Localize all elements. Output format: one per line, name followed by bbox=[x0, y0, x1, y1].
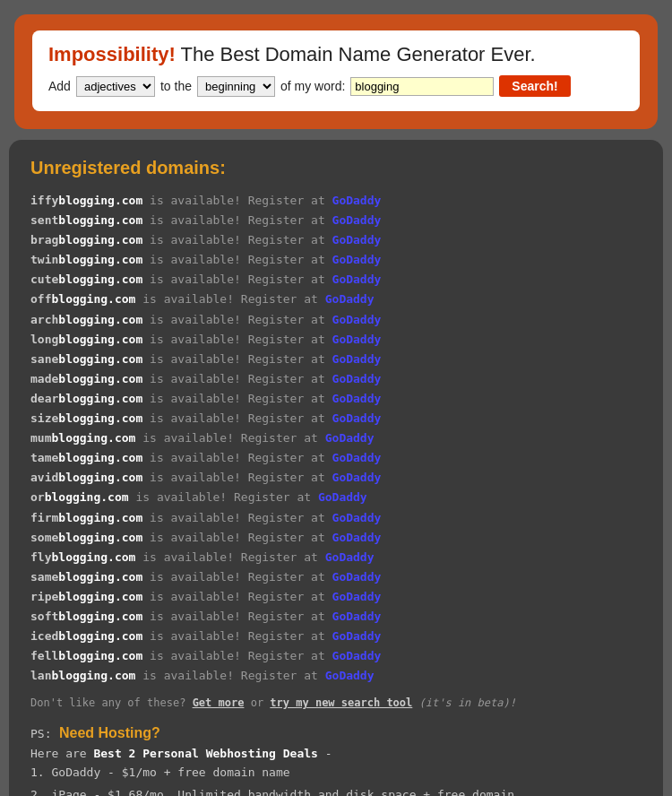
godaddy-link[interactable]: GoDaddy bbox=[332, 194, 382, 207]
available-text: is available! Register at bbox=[150, 273, 325, 286]
dont-like-text: Don't like any of these? bbox=[30, 696, 185, 709]
godaddy-link[interactable]: GoDaddy bbox=[332, 253, 382, 266]
available-text: is available! Register at bbox=[150, 213, 325, 227]
godaddy-link[interactable]: GoDaddy bbox=[332, 333, 382, 346]
available-text: is available! Register at bbox=[150, 531, 325, 544]
available-text: is available! Register at bbox=[150, 313, 325, 326]
domain-prefix: iffy bbox=[30, 194, 58, 207]
hosting-intro-pre: Here are bbox=[30, 747, 87, 760]
get-more-link[interactable]: Get more bbox=[193, 696, 245, 709]
domain-list: iffyblogging.com is available! Register … bbox=[30, 191, 642, 686]
domain-word: blogging.com bbox=[58, 590, 142, 603]
add-label: Add bbox=[48, 79, 71, 93]
domain-row: iffyblogging.com is available! Register … bbox=[30, 191, 642, 211]
domain-word: blogging.com bbox=[51, 292, 135, 306]
godaddy-link[interactable]: GoDaddy bbox=[332, 411, 382, 425]
hosting-item-1: 1. GoDaddy - $1/mo + free domain name bbox=[30, 764, 642, 783]
godaddy-link[interactable]: GoDaddy bbox=[325, 431, 375, 445]
domain-row: someblogging.com is available! Register … bbox=[30, 528, 642, 548]
available-text: is available! Register at bbox=[135, 490, 311, 504]
hosting-item-2: 2. iPage - $1.68/mo. Unlimited bandwidth… bbox=[30, 786, 642, 796]
domain-prefix: sane bbox=[30, 352, 58, 366]
domain-prefix: off bbox=[30, 292, 51, 306]
domain-row: icedblogging.com is available! Register … bbox=[30, 627, 642, 646]
godaddy-link[interactable]: GoDaddy bbox=[332, 451, 382, 464]
godaddy-link[interactable]: GoDaddy bbox=[325, 550, 375, 564]
search-button[interactable]: Search! bbox=[499, 75, 570, 97]
tagline: The Best Domain Name Generator Ever. bbox=[176, 43, 536, 65]
available-text: is available! Register at bbox=[150, 610, 325, 623]
domain-row: firmblogging.com is available! Register … bbox=[30, 508, 642, 528]
dont-like-section: Don't like any of these? Get more or try… bbox=[30, 696, 642, 709]
available-text: is available! Register at bbox=[142, 292, 318, 306]
godaddy-link[interactable]: GoDaddy bbox=[332, 590, 382, 603]
domain-word: blogging.com bbox=[58, 253, 142, 266]
brand-name: Impossibility! bbox=[48, 43, 176, 65]
godaddy-link[interactable]: GoDaddy bbox=[332, 629, 382, 643]
available-text: is available! Register at bbox=[150, 333, 325, 346]
available-text: is available! Register at bbox=[150, 233, 325, 247]
search-row: Add adjectivesnounsverbsadverbs to the b… bbox=[48, 75, 624, 97]
godaddy-link[interactable]: GoDaddy bbox=[332, 233, 382, 247]
available-text: is available! Register at bbox=[150, 451, 325, 464]
word-input[interactable] bbox=[350, 77, 494, 96]
or-text: or bbox=[251, 696, 271, 709]
domain-row: orblogging.com is available! Register at… bbox=[30, 488, 642, 507]
position-select[interactable]: beginningend bbox=[197, 76, 275, 97]
available-text: is available! Register at bbox=[142, 669, 318, 682]
godaddy-link[interactable]: GoDaddy bbox=[332, 273, 382, 286]
domain-row: sentblogging.com is available! Register … bbox=[30, 211, 642, 230]
domain-row: tameblogging.com is available! Register … bbox=[30, 448, 642, 468]
domain-prefix: dear bbox=[30, 392, 58, 405]
domain-prefix: fly bbox=[30, 550, 51, 564]
godaddy-link[interactable]: GoDaddy bbox=[332, 213, 382, 227]
domain-word: blogging.com bbox=[58, 352, 142, 366]
domain-prefix: firm bbox=[30, 511, 58, 524]
domain-prefix: mum bbox=[30, 431, 51, 445]
godaddy-link[interactable]: GoDaddy bbox=[332, 392, 382, 405]
domain-prefix: iced bbox=[30, 629, 58, 643]
domain-row: longblogging.com is available! Register … bbox=[30, 330, 642, 350]
ps-label: PS: bbox=[30, 727, 51, 740]
available-text: is available! Register at bbox=[150, 629, 325, 643]
domain-row: softblogging.com is available! Register … bbox=[30, 607, 642, 627]
domain-row: offblogging.com is available! Register a… bbox=[30, 290, 642, 309]
hosting-intro: Here are Best 2 Personal Webhosting Deal… bbox=[30, 747, 642, 760]
domain-row: flyblogging.com is available! Register a… bbox=[30, 548, 642, 567]
godaddy-link[interactable]: GoDaddy bbox=[332, 649, 382, 662]
godaddy-link[interactable]: GoDaddy bbox=[332, 372, 382, 385]
godaddy-link[interactable]: GoDaddy bbox=[332, 531, 382, 544]
domain-word: blogging.com bbox=[58, 333, 142, 346]
header-inner: Impossibility! The Best Domain Name Gene… bbox=[32, 30, 640, 111]
godaddy-link[interactable]: GoDaddy bbox=[332, 313, 382, 326]
godaddy-link[interactable]: GoDaddy bbox=[332, 511, 382, 524]
domain-word: blogging.com bbox=[58, 392, 142, 405]
available-text: is available! Register at bbox=[150, 194, 325, 207]
domain-prefix: cute bbox=[30, 273, 58, 286]
domain-word: blogging.com bbox=[45, 490, 129, 504]
domain-prefix: twin bbox=[30, 253, 58, 266]
godaddy-link[interactable]: GoDaddy bbox=[332, 610, 382, 623]
domain-word: blogging.com bbox=[58, 531, 142, 544]
godaddy-link[interactable]: GoDaddy bbox=[325, 669, 375, 682]
app-title: Impossibility! The Best Domain Name Gene… bbox=[48, 43, 624, 66]
godaddy-link[interactable]: GoDaddy bbox=[332, 570, 382, 584]
godaddy-link[interactable]: GoDaddy bbox=[318, 490, 367, 504]
godaddy-link[interactable]: GoDaddy bbox=[332, 471, 382, 484]
domain-word: blogging.com bbox=[58, 629, 142, 643]
godaddy-link[interactable]: GoDaddy bbox=[332, 352, 382, 366]
domain-row: cuteblogging.com is available! Register … bbox=[30, 270, 642, 290]
domain-row: archblogging.com is available! Register … bbox=[30, 310, 642, 330]
try-tool-link[interactable]: try my new search tool bbox=[270, 696, 412, 709]
unregistered-title: Unregistered domains: bbox=[30, 158, 642, 178]
adjectives-select[interactable]: adjectivesnounsverbsadverbs bbox=[76, 76, 155, 97]
domain-prefix: arch bbox=[30, 313, 58, 326]
domain-row: sizeblogging.com is available! Register … bbox=[30, 409, 642, 428]
need-hosting: Need Hosting? bbox=[59, 725, 160, 740]
domain-row: saneblogging.com is available! Register … bbox=[30, 350, 642, 369]
hosting-deals-label: Best 2 Personal Webhosting Deals bbox=[93, 747, 317, 760]
godaddy-link[interactable]: GoDaddy bbox=[325, 292, 375, 306]
domain-prefix: soft bbox=[30, 610, 58, 623]
domain-row: sameblogging.com is available! Register … bbox=[30, 567, 642, 587]
domain-prefix: sent bbox=[30, 213, 58, 227]
